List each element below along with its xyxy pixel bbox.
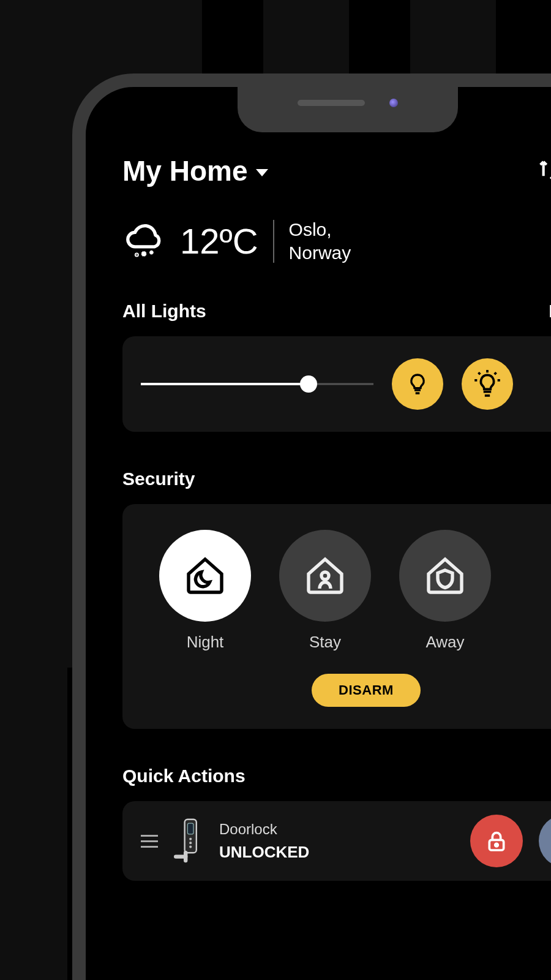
- location-label: Oslo, Norway: [289, 218, 351, 264]
- security-mode-stay[interactable]: Stay: [279, 530, 371, 652]
- svg-point-8: [495, 843, 498, 846]
- security-mode-night[interactable]: Night: [159, 530, 251, 652]
- chevron-down-icon: [256, 169, 268, 176]
- home-title: My Home: [122, 154, 247, 187]
- svg-point-6: [189, 846, 192, 848]
- doorlock-card: Doorlock UNLOCKED: [122, 801, 551, 881]
- svg-point-5: [189, 842, 192, 844]
- bulb-off-button[interactable]: [392, 358, 443, 410]
- security-mode-away[interactable]: Away: [399, 530, 491, 652]
- svg-point-0: [136, 254, 137, 255]
- security-mode-label: Stay: [309, 633, 341, 652]
- weather-row: 12ºC Oslo, Norway: [122, 218, 551, 264]
- temperature-value: 12ºC: [180, 221, 258, 262]
- quick-actions-title: Quick Actions: [122, 766, 246, 786]
- lock-button[interactable]: [470, 815, 523, 867]
- brightness-slider[interactable]: [141, 383, 373, 385]
- doorlock-name: Doorlock: [219, 821, 454, 838]
- drag-handle-icon[interactable]: [141, 835, 158, 848]
- security-mode-label: Away: [425, 633, 464, 652]
- screen: My Home: [86, 87, 551, 980]
- more-label: More: [549, 301, 551, 322]
- phone-notch: [238, 74, 458, 132]
- disarm-button[interactable]: DISARM: [312, 674, 421, 707]
- home-selector[interactable]: My Home: [122, 154, 268, 187]
- divider: [273, 220, 274, 263]
- bulb-on-button[interactable]: [462, 358, 513, 410]
- all-lights-title: All Lights: [122, 301, 206, 322]
- phone-frame: My Home: [72, 74, 551, 980]
- lights-card: [122, 336, 551, 432]
- sync-icon[interactable]: [536, 159, 551, 183]
- doorlock-state: UNLOCKED: [219, 843, 454, 862]
- security-card: Night Stay: [122, 504, 551, 729]
- unlock-button[interactable]: [539, 815, 551, 867]
- snow-cloud-icon: [122, 220, 165, 263]
- doorlock-icon: [174, 817, 203, 865]
- security-title: Security: [122, 469, 195, 489]
- svg-point-1: [321, 572, 329, 579]
- svg-point-4: [189, 838, 192, 840]
- svg-rect-3: [187, 823, 193, 834]
- more-link[interactable]: More: [549, 301, 551, 322]
- security-mode-label: Night: [187, 633, 224, 652]
